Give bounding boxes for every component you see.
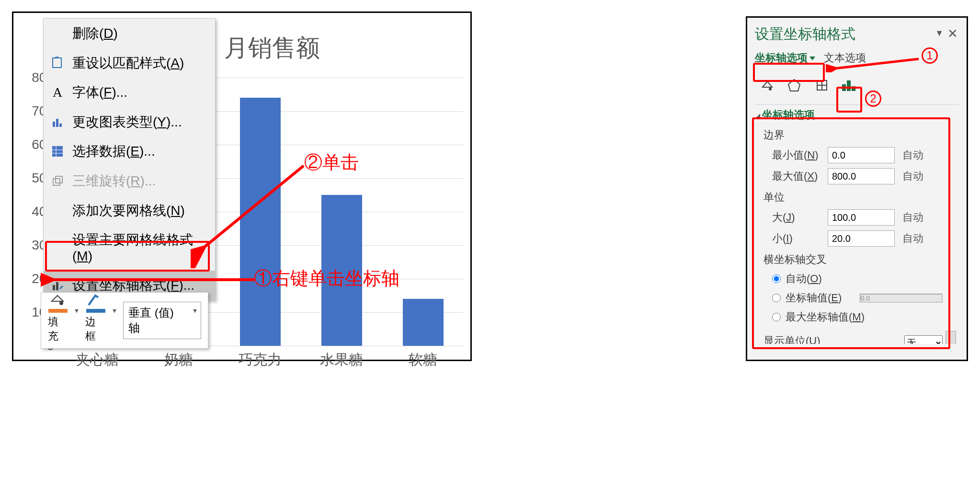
cross-value-input (860, 294, 943, 303)
min-label: 最小值(N) (772, 148, 820, 162)
units-label: 单位 (763, 190, 956, 205)
outline-button[interactable]: 边框 (85, 293, 105, 343)
display-unit-select[interactable]: 无 (904, 335, 943, 344)
fill-label: 填充 (48, 315, 68, 343)
chart-title: 月销售额 (224, 32, 320, 64)
cross-max-radio[interactable] (772, 313, 781, 321)
auto-text: 自动 (902, 169, 923, 183)
close-icon[interactable]: ✕ (947, 26, 958, 41)
cross-value-label: 坐标轴值(E) (786, 291, 842, 305)
menu-item[interactable]: 设置主要网格线格式(M) (44, 225, 215, 271)
axis-options-section: 坐标轴选项 边界 最小值(N) 自动 最大值(X) 自动 单位 大(J) 自动 … (755, 104, 959, 344)
format-axis-pane: 设置坐标轴格式 ▼ ✕ 坐标轴选项 文本选项 坐标轴选项 边界 最小值(N) 自… (746, 16, 968, 361)
bar[interactable] (240, 98, 281, 346)
svg-rect-1 (53, 122, 55, 127)
scroll-down-button[interactable] (946, 331, 956, 344)
effects-icon[interactable] (783, 74, 806, 97)
fill-button[interactable]: 填充 (48, 293, 68, 343)
svg-rect-0 (53, 58, 61, 68)
x-axis-category-label: 水果糖 (303, 350, 380, 370)
x-axis-category-label: 软糖 (385, 350, 461, 370)
menu-item-label: 更改图表类型(Y)... (72, 114, 182, 130)
bar[interactable] (403, 299, 444, 346)
annotation-click: ②单击 (304, 150, 359, 175)
rotate-3d-icon (50, 174, 65, 188)
menu-item-label: 重设以匹配样式(A) (72, 55, 184, 71)
svg-point-13 (769, 88, 772, 91)
menu-item: 三维旋转(R)... (44, 166, 215, 196)
min-input[interactable] (828, 147, 895, 163)
svg-point-12 (59, 301, 63, 305)
chevron-down-icon: ▾ (193, 306, 197, 315)
menu-item-label: 设置主要网格线格式(M) (72, 232, 208, 264)
pane-icon-tabs (755, 74, 959, 97)
axis-fmt-icon (50, 278, 65, 293)
callout-1: 1 (922, 47, 938, 64)
auto-text: 自动 (902, 231, 923, 246)
tab-axis-options[interactable]: 坐标轴选项 (755, 51, 815, 65)
x-axis-category-label: 巧克力 (222, 350, 298, 370)
svg-rect-3 (59, 124, 62, 127)
svg-rect-18 (842, 84, 846, 91)
svg-rect-20 (852, 86, 855, 91)
chevron-down-icon[interactable]: ▾ (113, 306, 116, 315)
bounds-label: 边界 (763, 128, 956, 142)
chart-element-selector[interactable]: 垂直 (值) 轴 ▾ (123, 302, 201, 339)
svg-rect-8 (53, 179, 60, 185)
x-axis-category-label: 夹心糖 (59, 350, 136, 370)
menu-item[interactable]: 选择数据(E)... (44, 136, 215, 166)
cross-max-label: 最大坐标轴值(M) (786, 310, 865, 324)
mini-format-toolbar: 填充 ▾ 边框 ▾ 垂直 (值) 轴 ▾ (41, 292, 208, 349)
minor-unit-label: 小(I) (772, 231, 820, 246)
fill-line-icon[interactable] (755, 74, 778, 97)
svg-rect-10 (53, 285, 55, 290)
menu-item[interactable]: 添加次要网格线(N) (44, 196, 215, 226)
svg-rect-9 (56, 176, 62, 183)
annotation-right-click: ①右键单击坐标轴 (254, 266, 399, 291)
size-properties-icon[interactable] (810, 74, 833, 97)
menu-item-label: 字体(F)... (72, 84, 127, 101)
menu-item-label: 三维旋转(R)... (72, 173, 156, 189)
menu-item-label: 设置坐标轴格式(F)... (72, 277, 194, 294)
svg-rect-19 (847, 80, 851, 91)
blank-icon (50, 26, 65, 41)
svg-marker-14 (788, 80, 800, 91)
pane-options-caret[interactable]: ▼ (935, 28, 944, 38)
major-unit-input[interactable] (828, 209, 895, 226)
pane-title: 设置坐标轴格式 (755, 24, 959, 44)
blank-icon (50, 203, 65, 217)
menu-item[interactable]: 更改图表类型(Y)... (44, 107, 215, 137)
context-menu: 删除(D)重设以匹配样式(A)A字体(F)...更改图表类型(Y)...选择数据… (43, 18, 216, 301)
chevron-down-icon[interactable]: ▾ (75, 306, 79, 315)
cross-value-radio[interactable] (772, 294, 781, 302)
svg-rect-4 (52, 146, 63, 157)
display-unit-label: 显示单位(U) (763, 334, 820, 344)
axis-options-icon[interactable] (838, 74, 861, 97)
menu-item[interactable]: A字体(F)... (44, 78, 215, 107)
major-unit-label: 大(J) (772, 210, 820, 225)
auto-text: 自动 (902, 210, 923, 225)
callout-2: 2 (865, 91, 881, 107)
reset-icon (50, 56, 65, 70)
select-data-icon (50, 144, 65, 159)
menu-item[interactable]: 重设以匹配样式(A) (44, 48, 215, 78)
max-label: 最大值(X) (772, 169, 820, 183)
menu-item-label: 删除(D) (72, 25, 118, 42)
menu-item[interactable]: 删除(D) (44, 19, 215, 48)
cross-auto-label: 自动(O) (786, 272, 822, 286)
menu-item-label: 添加次要网格线(N) (72, 203, 185, 219)
svg-rect-2 (56, 119, 58, 127)
cross-auto-radio[interactable] (772, 274, 781, 283)
font-icon: A (50, 85, 65, 100)
max-input[interactable] (828, 168, 895, 184)
blank-icon (50, 241, 65, 255)
minor-unit-input[interactable] (828, 230, 895, 247)
cross-label: 横坐标轴交叉 (763, 252, 956, 267)
arrow-to-tab (826, 53, 921, 72)
auto-text: 自动 (902, 148, 923, 162)
x-axis-category-label: 奶糖 (140, 350, 217, 370)
svg-rect-11 (56, 282, 58, 290)
section-header-axis-options[interactable]: 坐标轴选项 (755, 108, 956, 122)
menu-item-label: 选择数据(E)... (72, 143, 155, 159)
outline-label: 边框 (85, 315, 105, 343)
